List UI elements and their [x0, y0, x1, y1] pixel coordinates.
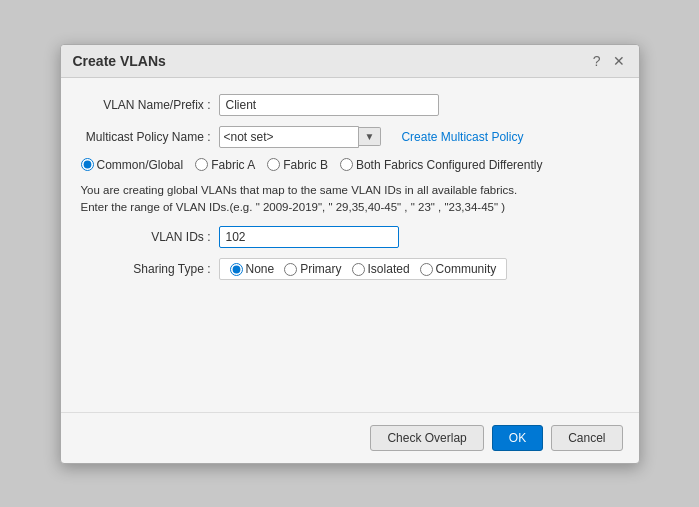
radio-common-global-label: Common/Global [97, 158, 184, 172]
create-multicast-policy-link[interactable]: Create Multicast Policy [401, 130, 523, 144]
vlan-name-input[interactable] [219, 94, 439, 116]
radio-both-fabrics[interactable]: Both Fabrics Configured Differently [340, 158, 543, 172]
sharing-isolated-label: Isolated [368, 262, 410, 276]
vlan-ids-input[interactable] [219, 226, 399, 248]
fabric-radio-group: Common/Global Fabric A Fabric B Both Fab… [81, 158, 543, 172]
vlan-ids-row: VLAN IDs [81, 226, 619, 248]
dialog-header: Create VLANs ? ✕ [61, 45, 639, 78]
dialog-footer: Check Overlap OK Cancel [61, 412, 639, 463]
dialog-title: Create VLANs [73, 53, 166, 69]
info-text-block: You are creating global VLANs that map t… [81, 182, 619, 217]
sharing-community[interactable]: Community [420, 262, 497, 276]
sharing-none-label: None [246, 262, 275, 276]
sharing-community-label: Community [436, 262, 497, 276]
fabric-radio-row: Common/Global Fabric A Fabric B Both Fab… [81, 158, 619, 172]
radio-fabric-b[interactable]: Fabric B [267, 158, 328, 172]
header-icons: ? ✕ [591, 53, 627, 69]
radio-both-fabrics-label: Both Fabrics Configured Differently [356, 158, 543, 172]
radio-fabric-a[interactable]: Fabric A [195, 158, 255, 172]
check-overlap-button[interactable]: Check Overlap [370, 425, 483, 451]
dialog-body: VLAN Name/Prefix Multicast Policy Name <… [61, 78, 639, 412]
info-text-line1: You are creating global VLANs that map t… [81, 182, 619, 199]
radio-common-global[interactable]: Common/Global [81, 158, 184, 172]
ok-button[interactable]: OK [492, 425, 543, 451]
multicast-policy-row: Multicast Policy Name <not set> ▼ Create… [81, 126, 619, 148]
sharing-primary[interactable]: Primary [284, 262, 341, 276]
cancel-button[interactable]: Cancel [551, 425, 622, 451]
multicast-policy-label: Multicast Policy Name [81, 130, 211, 144]
radio-fabric-a-label: Fabric A [211, 158, 255, 172]
vlan-name-row: VLAN Name/Prefix [81, 94, 619, 116]
sharing-radio-group: None Primary Isolated Community [219, 258, 508, 280]
sharing-none[interactable]: None [230, 262, 275, 276]
select-arrow-icon: ▼ [359, 127, 382, 146]
multicast-policy-select-wrapper: <not set> ▼ [219, 126, 382, 148]
multicast-policy-select[interactable]: <not set> [219, 126, 359, 148]
radio-fabric-b-label: Fabric B [283, 158, 328, 172]
sharing-type-label: Sharing Type [81, 262, 211, 276]
sharing-type-row: Sharing Type None Primary Isolated Commu… [81, 258, 619, 280]
sharing-primary-label: Primary [300, 262, 341, 276]
help-button[interactable]: ? [591, 53, 603, 69]
close-button[interactable]: ✕ [611, 53, 627, 69]
vlan-name-label: VLAN Name/Prefix [81, 98, 211, 112]
info-text-line2: Enter the range of VLAN IDs.(e.g. " 2009… [81, 199, 619, 216]
create-vlans-dialog: Create VLANs ? ✕ VLAN Name/Prefix Multic… [60, 44, 640, 464]
sharing-isolated[interactable]: Isolated [352, 262, 410, 276]
vlan-ids-label: VLAN IDs [81, 230, 211, 244]
